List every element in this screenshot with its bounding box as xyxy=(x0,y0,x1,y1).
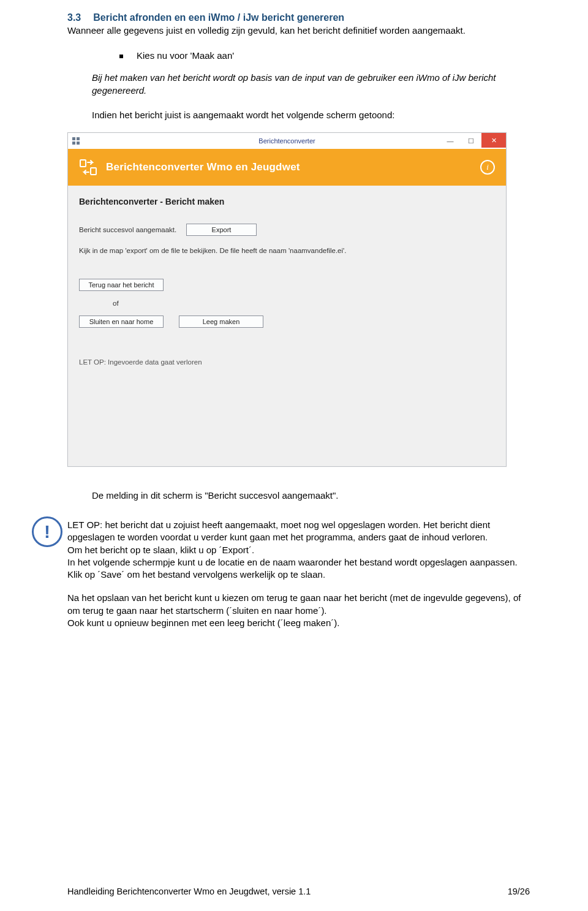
note-p3: In het volgende schermpje kunt u de loca… xyxy=(67,556,530,581)
close-button[interactable]: ✕ xyxy=(481,133,506,148)
close-and-home-button[interactable]: Sluiten en naar home xyxy=(79,316,164,328)
bullet-item: Kies nu voor 'Maak aan' xyxy=(119,50,530,61)
app-subtitle: Berichtenconverter - Bericht maken xyxy=(79,197,495,206)
export-button[interactable]: Export xyxy=(186,224,257,236)
back-to-message-button[interactable]: Terug naar het bericht xyxy=(79,279,164,291)
section-number: 3.3 xyxy=(67,12,81,23)
note-p5: Ook kunt u opnieuw beginnen met een leeg… xyxy=(67,617,530,629)
bullet-square-icon xyxy=(119,55,123,58)
note-block: ! LET OP: het bericht dat u zojuist heef… xyxy=(67,519,530,629)
info-icon[interactable]: i xyxy=(480,160,495,175)
bottom-button-row: Sluiten en naar home Leeg maken xyxy=(79,316,495,328)
app-header-title: Berichtenconverter Wmo en Jeugdwet xyxy=(106,161,300,173)
svg-rect-1 xyxy=(77,137,80,140)
app-window: Berichtenconverter — ☐ ✕ Berichtenconver… xyxy=(67,132,507,467)
svg-rect-3 xyxy=(77,142,80,145)
note-p1: LET OP: het bericht dat u zojuist heeft … xyxy=(67,519,530,544)
section-intro: Wanneer alle gegevens juist en volledig … xyxy=(67,25,530,37)
footer-page-number: 19/26 xyxy=(508,886,530,896)
or-label: of xyxy=(113,300,495,307)
minimize-button[interactable]: — xyxy=(440,134,461,148)
app-body: Berichtenconverter - Bericht maken Beric… xyxy=(68,186,506,466)
footer-left: Handleiding Berichtenconverter Wmo en Je… xyxy=(67,886,311,896)
window-controls: — ☐ ✕ xyxy=(440,133,506,149)
exclamation-icon: ! xyxy=(32,516,62,547)
svg-rect-4 xyxy=(80,160,86,167)
convert-icon xyxy=(79,158,97,176)
pre-screenshot-text: Indien het bericht juist is aangemaakt w… xyxy=(92,109,530,121)
svg-rect-5 xyxy=(91,168,96,175)
app-header: Berichtenconverter Wmo en Jeugdwet i xyxy=(68,149,506,186)
section-heading: 3.3Bericht afronden en een iWmo / iJw be… xyxy=(67,12,530,23)
svg-rect-0 xyxy=(72,137,75,140)
app-icon xyxy=(72,137,80,145)
italic-note: Bij het maken van het bericht wordt op b… xyxy=(92,72,530,97)
success-row: Bericht succesvol aangemaakt. Export xyxy=(79,224,495,236)
bullet-text: Kies nu voor 'Maak aan' xyxy=(137,50,234,61)
document-page: 3.3Bericht afronden en een iWmo / iJw be… xyxy=(0,0,588,911)
success-label: Bericht succesvol aangemaakt. xyxy=(79,226,186,233)
note-p4: Na het opslaan van het bericht kunt u ki… xyxy=(67,592,530,617)
export-hint: Kijk in de map 'export' om de file te be… xyxy=(79,247,495,254)
page-footer: Handleiding Berichtenconverter Wmo en Je… xyxy=(67,886,530,896)
window-titlebar: Berichtenconverter — ☐ ✕ xyxy=(68,133,506,149)
screenshot-caption: De melding in dit scherm is "Bericht suc… xyxy=(92,490,530,501)
window-title: Berichtenconverter xyxy=(258,137,315,145)
clear-button[interactable]: Leeg maken xyxy=(179,316,263,328)
maximize-button[interactable]: ☐ xyxy=(461,134,481,148)
section-title-text: Bericht afronden en een iWmo / iJw beric… xyxy=(93,12,344,23)
svg-rect-2 xyxy=(72,142,75,145)
note-p2: Om het bericht op te slaan, klikt u op ´… xyxy=(67,544,530,556)
data-loss-warning: LET OP: Ingevoerde data gaat verloren xyxy=(79,358,495,366)
